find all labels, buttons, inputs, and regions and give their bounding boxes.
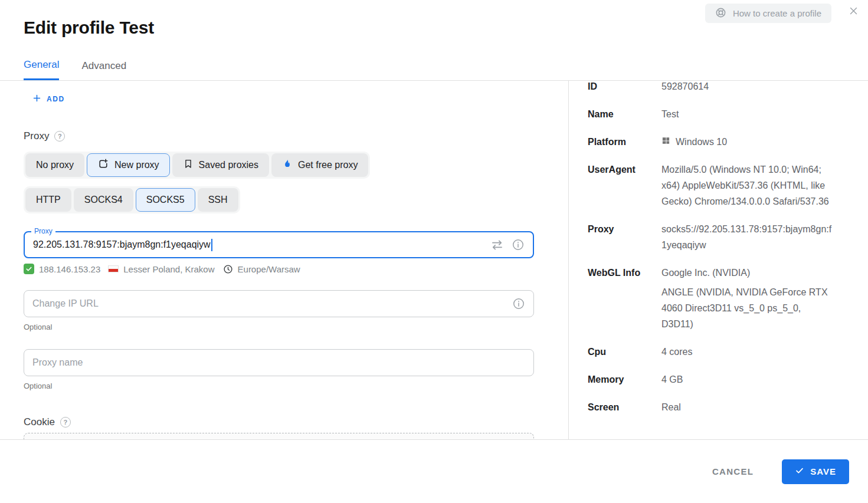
change-ip-url-input[interactable] bbox=[32, 298, 512, 309]
dialog-content: ADD Proxy ? No proxy bbox=[0, 81, 868, 439]
new-proxy-button[interactable]: New proxy bbox=[87, 153, 170, 177]
save-button[interactable]: SAVE bbox=[782, 459, 849, 484]
protocol-ssh-button[interactable]: SSH bbox=[198, 188, 238, 212]
how-to-create-profile-button[interactable]: How to create a profile bbox=[705, 4, 831, 23]
summary-row-webgl: WebGL Info Google Inc. (NVIDIA) ANGLE (N… bbox=[588, 259, 868, 338]
clock-icon bbox=[223, 264, 233, 274]
proxy-section-label: Proxy ? bbox=[24, 130, 534, 142]
edit-profile-dialog: Edit profile Test How to create a profil… bbox=[0, 0, 868, 503]
text-caret bbox=[211, 239, 212, 251]
protocol-socks4-button[interactable]: SOCKS4 bbox=[74, 188, 133, 212]
check-icon bbox=[795, 466, 804, 477]
new-proxy-icon bbox=[97, 158, 109, 172]
cookie-section-label: Cookie ? bbox=[24, 416, 534, 428]
change-ip-url-field bbox=[24, 290, 534, 317]
profile-summary-pane: ID 592870614 Name Test Platform bbox=[568, 81, 868, 439]
external-ip: 188.146.153.23 bbox=[39, 264, 100, 274]
proxy-location: Lesser Poland, Krakow bbox=[123, 264, 214, 274]
proxy-help-icon[interactable]: ? bbox=[54, 131, 65, 142]
info-icon[interactable] bbox=[512, 297, 525, 310]
protocol-socks5-button[interactable]: SOCKS5 bbox=[136, 188, 195, 212]
add-button[interactable]: ADD bbox=[32, 94, 65, 104]
plus-icon bbox=[32, 94, 41, 104]
proxy-protocol-row: HTTP SOCKS4 SOCKS5 SSH bbox=[24, 186, 240, 213]
proxy-name-helper: Optional bbox=[24, 382, 534, 390]
no-proxy-button[interactable]: No proxy bbox=[25, 153, 84, 177]
get-free-proxy-button[interactable]: Get free proxy bbox=[271, 153, 368, 177]
cancel-button[interactable]: CANCEL bbox=[704, 461, 762, 482]
summary-row-cpu: Cpu 4 cores bbox=[588, 338, 868, 366]
protocol-http-button[interactable]: HTTP bbox=[25, 188, 71, 212]
proxy-input[interactable]: Proxy 92.205.131.78:9157:bjaym8gn:f1yeqa… bbox=[24, 231, 534, 258]
proxy-name-input[interactable] bbox=[32, 357, 525, 368]
info-icon[interactable] bbox=[512, 238, 525, 251]
summary-row-useragent: UserAgent Mozilla/5.0 (Windows NT 10.0; … bbox=[588, 156, 868, 215]
poland-flag-icon bbox=[108, 265, 119, 272]
swap-icon[interactable] bbox=[490, 239, 504, 251]
lifebuoy-icon bbox=[715, 7, 726, 20]
tab-bar: General Advanced bbox=[24, 59, 126, 80]
cookie-help-icon[interactable]: ? bbox=[60, 417, 71, 428]
dialog-header: Edit profile Test How to create a profil… bbox=[0, 0, 868, 81]
windows-icon bbox=[661, 134, 670, 150]
saved-proxies-button[interactable]: Saved proxies bbox=[172, 153, 269, 177]
proxy-timezone: Europe/Warsaw bbox=[238, 264, 300, 274]
proxy-input-value: 92.205.131.78:9157:bjaym8gn:f1yeqaqiyw bbox=[33, 239, 211, 250]
summary-row-memory: Memory 4 GB bbox=[588, 366, 868, 393]
summary-row-name: Name Test bbox=[588, 100, 868, 128]
proxy-name-field bbox=[24, 349, 534, 376]
green-check-icon bbox=[24, 264, 34, 274]
general-settings-pane: ADD Proxy ? No proxy bbox=[0, 81, 568, 439]
help-button-label: How to create a profile bbox=[733, 8, 821, 18]
tab-general[interactable]: General bbox=[24, 59, 59, 80]
change-ip-url-helper: Optional bbox=[24, 323, 534, 331]
add-button-label: ADD bbox=[47, 95, 65, 103]
summary-row-id: ID 592870614 bbox=[588, 81, 868, 100]
cookie-dropzone[interactable] bbox=[24, 433, 534, 439]
proxy-input-label: Proxy bbox=[31, 227, 55, 235]
bookmark-icon bbox=[183, 159, 194, 172]
proxy-check-status: 188.146.153.23 Lesser Poland, Krakow Eur… bbox=[24, 264, 534, 274]
save-button-label: SAVE bbox=[810, 466, 836, 476]
close-icon[interactable] bbox=[849, 6, 859, 16]
summary-row-proxy: Proxy socks5://92.205.131.78:9157:bjaym8… bbox=[588, 215, 868, 259]
proxy-source-row: No proxy New proxy bbox=[24, 152, 370, 179]
dialog-footer: CANCEL SAVE bbox=[0, 439, 868, 503]
summary-row-screen: Screen Real bbox=[588, 393, 868, 421]
tab-advanced[interactable]: Advanced bbox=[81, 59, 126, 80]
summary-row-platform: Platform Windows 10 bbox=[588, 128, 868, 156]
flame-icon bbox=[282, 159, 293, 172]
